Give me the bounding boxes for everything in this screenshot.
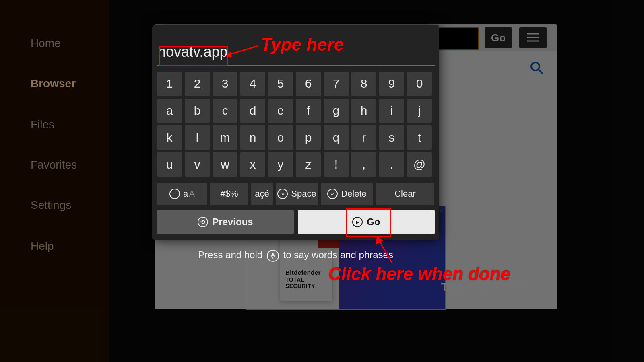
dim-overlay-sidebar bbox=[0, 0, 109, 362]
key-at[interactable]: @ bbox=[407, 152, 432, 177]
key-q[interactable]: q bbox=[324, 125, 349, 150]
keyboard-keys: 1 2 3 4 5 6 7 8 9 0 a b c d e f g h i j … bbox=[157, 72, 435, 179]
key-c[interactable]: c bbox=[213, 99, 237, 123]
onscreen-keyboard: novatv.app 1 2 3 4 5 6 7 8 9 0 a b c d e… bbox=[152, 25, 439, 240]
key-n[interactable]: n bbox=[240, 125, 265, 150]
space-label: Space bbox=[291, 189, 316, 199]
key-delete[interactable]: « Delete bbox=[321, 183, 373, 205]
key-clear[interactable]: Clear bbox=[376, 183, 434, 205]
key-h[interactable]: h bbox=[351, 99, 376, 123]
annotation-arrow-to-go bbox=[374, 235, 402, 265]
key-f[interactable]: f bbox=[296, 99, 321, 123]
annotation-click-done: Click here when done bbox=[328, 264, 510, 284]
key-e[interactable]: e bbox=[268, 99, 293, 123]
key-y[interactable]: y bbox=[268, 152, 293, 177]
key-symbols[interactable]: #$% bbox=[210, 183, 248, 205]
key-8[interactable]: 8 bbox=[351, 72, 376, 96]
svg-line-5 bbox=[379, 241, 392, 263]
key-2[interactable]: 2 bbox=[185, 72, 210, 96]
microphone-icon bbox=[267, 250, 279, 262]
key-j[interactable]: j bbox=[407, 99, 432, 123]
key-7[interactable]: 7 bbox=[324, 72, 349, 96]
annotation-arrow-to-input bbox=[224, 43, 260, 59]
key-x[interactable]: x bbox=[240, 152, 265, 177]
key-v[interactable]: v bbox=[185, 152, 210, 177]
keyboard-action-row: ⟲ Previous ▸ Go bbox=[157, 210, 435, 234]
key-3[interactable]: 3 bbox=[213, 72, 237, 96]
key-caps[interactable]: ≡ aA bbox=[157, 183, 207, 205]
key-k[interactable]: k bbox=[157, 125, 182, 150]
key-comma[interactable]: , bbox=[351, 152, 376, 177]
hint-pre: Press and hold bbox=[198, 249, 265, 260]
key-accents[interactable]: äçé bbox=[251, 183, 273, 205]
key-s[interactable]: s bbox=[379, 125, 404, 150]
key-a[interactable]: a bbox=[157, 99, 182, 123]
key-t[interactable]: t bbox=[407, 125, 432, 150]
annotation-input-highlight bbox=[159, 46, 228, 66]
key-w[interactable]: w bbox=[213, 152, 237, 177]
key-9[interactable]: 9 bbox=[379, 72, 404, 96]
svg-line-3 bbox=[229, 46, 258, 55]
caps-big: A bbox=[189, 189, 195, 199]
key-d[interactable]: d bbox=[240, 99, 265, 123]
previous-label: Previous bbox=[212, 216, 253, 228]
key-period[interactable]: . bbox=[379, 152, 404, 177]
key-5[interactable]: 5 bbox=[268, 72, 293, 96]
key-i[interactable]: i bbox=[379, 99, 404, 123]
key-6[interactable]: 6 bbox=[296, 72, 321, 96]
key-p[interactable]: p bbox=[296, 125, 321, 150]
go-button[interactable]: ▸ Go bbox=[298, 210, 435, 234]
previous-button[interactable]: ⟲ Previous bbox=[157, 210, 294, 234]
key-4[interactable]: 4 bbox=[240, 72, 265, 96]
go-label: Go bbox=[367, 216, 380, 228]
key-b[interactable]: b bbox=[185, 99, 210, 123]
key-0[interactable]: 0 bbox=[407, 72, 432, 96]
key-1[interactable]: 1 bbox=[157, 72, 182, 96]
key-u[interactable]: u bbox=[157, 152, 182, 177]
key-exclaim[interactable]: ! bbox=[324, 152, 349, 177]
caps-small: a bbox=[183, 189, 188, 199]
key-g[interactable]: g bbox=[324, 99, 349, 123]
back-icon: ⟲ bbox=[198, 217, 208, 227]
svg-rect-2 bbox=[272, 253, 274, 256]
key-r[interactable]: r bbox=[351, 125, 376, 150]
key-o[interactable]: o bbox=[268, 125, 293, 150]
key-z[interactable]: z bbox=[296, 152, 321, 177]
play-pause-icon: ▸ bbox=[352, 217, 363, 227]
annotation-type-here: Type here bbox=[261, 35, 344, 55]
svg-marker-4 bbox=[225, 51, 232, 57]
key-space[interactable]: » Space bbox=[276, 183, 318, 205]
rewind-icon: « bbox=[327, 189, 338, 199]
menu-circle-icon: ≡ bbox=[169, 189, 180, 199]
svg-marker-6 bbox=[376, 237, 383, 245]
delete-label: Delete bbox=[341, 189, 367, 199]
keyboard-function-row: ≡ aA #$% äçé » Space « Delete Clear bbox=[157, 183, 435, 205]
key-l[interactable]: l bbox=[185, 125, 210, 150]
key-m[interactable]: m bbox=[213, 125, 237, 150]
fast-forward-icon: » bbox=[277, 189, 288, 199]
